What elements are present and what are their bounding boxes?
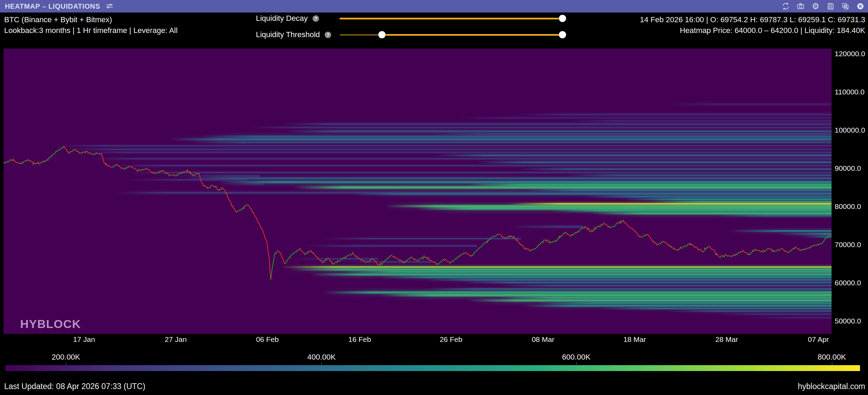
x-axis-label: 16 Feb bbox=[348, 335, 371, 344]
liquidity-decay-row: Liquidity Decay ? bbox=[256, 14, 319, 23]
page-title: HEATMAP – LIQUIDATIONS bbox=[5, 2, 100, 10]
help-icon[interactable]: ? bbox=[325, 32, 331, 38]
colorbar-gradient bbox=[5, 365, 860, 371]
help-icon[interactable]: ? bbox=[312, 15, 319, 22]
toolbar-icons: ⚙ bbox=[782, 2, 865, 10]
x-axis-label: 26 Feb bbox=[440, 335, 462, 344]
y-axis-label: 80000.0 bbox=[835, 202, 861, 211]
save-icon[interactable] bbox=[826, 2, 835, 10]
y-axis-label: 60000.0 bbox=[835, 279, 861, 287]
x-axis-label: 28 Mar bbox=[715, 335, 738, 344]
x-axis-label: 07 Apr bbox=[808, 335, 829, 344]
y-axis-label: 100000.0 bbox=[835, 126, 865, 134]
liquidity-threshold-row: Liquidity Threshold ? bbox=[256, 30, 331, 39]
heatmap-price-line: Heatmap Price: 64000.0 – 64200.0 | Liqui… bbox=[640, 25, 865, 36]
colorbar-tick bbox=[322, 362, 322, 365]
ohlc-readout: 14 Feb 2026 16:00 | O: 69754.2 H: 69787.… bbox=[640, 14, 865, 36]
sliders-icon[interactable] bbox=[106, 2, 114, 10]
x-axis-label: 27 Jan bbox=[165, 335, 187, 344]
liquidity-decay-handle[interactable] bbox=[559, 15, 566, 22]
hyblock-watermark: HYBLOCK bbox=[20, 317, 81, 331]
liquidity-threshold-track[interactable] bbox=[340, 34, 562, 36]
y-axis-label: 50000.0 bbox=[835, 317, 861, 325]
y-axis-label: 110000.0 bbox=[835, 88, 865, 96]
last-updated-label: Last Updated: 08 Apr 2026 07:33 (UTC) bbox=[4, 382, 145, 391]
heatmap-canvas[interactable] bbox=[3, 49, 832, 334]
colorbar-tick bbox=[576, 362, 577, 365]
colorbar-tick bbox=[832, 362, 832, 365]
threshold-fill bbox=[382, 34, 562, 36]
x-axis-label: 08 Mar bbox=[532, 335, 554, 344]
y-axis-label: 70000.0 bbox=[835, 241, 861, 249]
layers-icon[interactable] bbox=[841, 2, 850, 10]
x-axis-label: 18 Mar bbox=[623, 335, 646, 344]
colorbar-label: 400.00K bbox=[307, 353, 336, 362]
colorbar-tick bbox=[66, 362, 66, 365]
camera-icon[interactable] bbox=[796, 2, 805, 10]
decay-fill bbox=[340, 18, 562, 19]
y-axis-label: 90000.0 bbox=[835, 164, 861, 173]
colorbar-label: 200.00K bbox=[52, 353, 80, 362]
date-axis: 17 Jan27 Jan06 Feb16 Feb26 Feb08 Mar18 M… bbox=[3, 335, 832, 345]
refresh-icon[interactable] bbox=[782, 2, 790, 10]
x-axis-label: 06 Feb bbox=[256, 335, 278, 344]
instrument-info: BTC (Binance + Bybit + Bitmex) Lookback:… bbox=[4, 14, 177, 36]
instrument-label: BTC (Binance + Bybit + Bitmex) bbox=[4, 14, 177, 25]
colorbar-label: 800.00K bbox=[818, 353, 846, 362]
controls-strip: BTC (Binance + Bybit + Bitmex) Lookback:… bbox=[0, 12, 868, 44]
x-axis-label: 17 Jan bbox=[73, 335, 95, 344]
website-link[interactable]: hyblockcapital.com bbox=[798, 382, 865, 391]
y-axis-label: 120000.0 bbox=[835, 50, 865, 58]
colorbar-label: 600.00K bbox=[562, 353, 591, 362]
liquidity-threshold-label: Liquidity Threshold bbox=[256, 30, 320, 39]
liquidity-decay-track[interactable] bbox=[340, 18, 562, 19]
gear-icon[interactable]: ⚙ bbox=[811, 2, 820, 10]
title-bar: HEATMAP – LIQUIDATIONS bbox=[0, 0, 868, 12]
liquidity-threshold-handle-high[interactable] bbox=[559, 31, 566, 39]
liquidity-threshold-handle-low[interactable] bbox=[378, 31, 385, 39]
lookback-label: Lookback:3 months | 1 Hr timeframe | Lev… bbox=[4, 25, 177, 36]
ohlc-line: 14 Feb 2026 16:00 | O: 69754.2 H: 69787.… bbox=[640, 14, 865, 25]
liquidation-heatmap-app: HEATMAP – LIQUIDATIONS bbox=[0, 0, 868, 395]
price-axis: 120000.0110000.0100000.090000.080000.070… bbox=[835, 49, 868, 334]
liquidity-decay-label: Liquidity Decay bbox=[256, 14, 308, 23]
close-icon[interactable] bbox=[856, 2, 865, 10]
